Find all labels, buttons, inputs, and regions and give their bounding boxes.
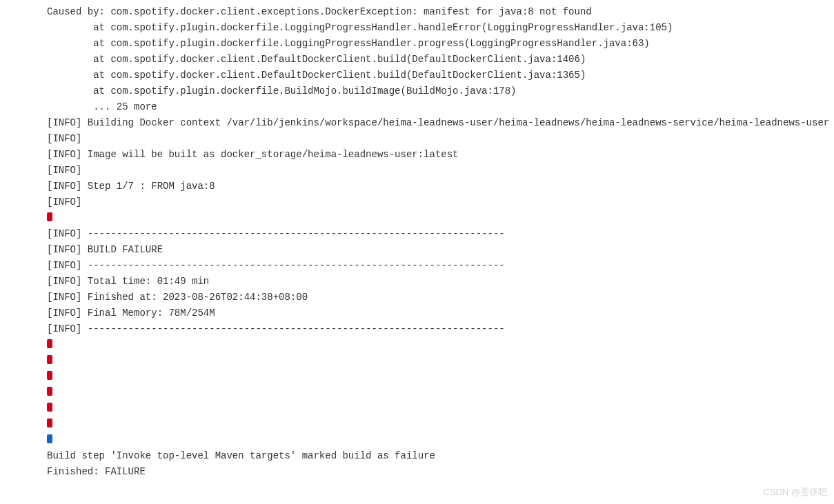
console-line: [INFO] BUILD FAILURE [47, 242, 834, 258]
console-line [47, 401, 834, 416]
console-line: [INFO] Final Memory: 78M/254M [47, 305, 834, 321]
console-line: [INFO] Image will be built as docker_sto… [47, 147, 834, 163]
console-line: [INFO] [47, 194, 834, 210]
console-line [47, 369, 834, 385]
console-line: [INFO] Building Docker context /var/lib/… [47, 115, 834, 131]
console-line: at com.spotify.plugin.dockerfile.Logging… [47, 36, 834, 52]
error-marker-icon [47, 212, 52, 221]
console-line: [INFO] ---------------------------------… [47, 258, 834, 274]
console-line [47, 432, 834, 448]
console-line: [INFO] Finished at: 2023-08-26T02:44:38+… [47, 290, 834, 305]
console-line: [INFO] Total time: 01:49 min [47, 274, 834, 290]
console-line: Build step 'Invoke top-level Maven targe… [47, 448, 834, 464]
console-line: Finished: FAILURE [47, 464, 834, 480]
console-line: at com.spotify.plugin.dockerfile.Logging… [47, 20, 834, 36]
console-line [47, 337, 834, 353]
error-marker-icon [47, 387, 52, 396]
console-line: ... 25 more [47, 99, 834, 115]
error-marker-icon [47, 339, 52, 348]
console-line: Caused by: com.spotify.docker.client.exc… [47, 4, 834, 20]
console-output: Caused by: com.spotify.docker.client.exc… [0, 0, 834, 494]
console-line [47, 416, 834, 432]
console-line: at com.spotify.docker.client.DefaultDock… [47, 52, 834, 68]
console-line [47, 385, 834, 401]
console-line: [INFO] [47, 163, 834, 179]
console-line: [INFO] Step 1/7 : FROM java:8 [47, 179, 834, 194]
console-line: [INFO] ---------------------------------… [47, 321, 834, 337]
error-marker-icon [47, 403, 52, 412]
error-marker-icon [47, 355, 52, 364]
info-marker-icon [47, 434, 52, 443]
console-line [47, 210, 834, 226]
console-line [47, 353, 834, 369]
console-line: at com.spotify.plugin.dockerfile.BuildMo… [47, 83, 834, 99]
console-line: at com.spotify.docker.client.DefaultDock… [47, 68, 834, 83]
error-marker-icon [47, 371, 52, 380]
error-marker-icon [47, 419, 52, 427]
console-line: [INFO] [47, 131, 834, 147]
console-line: [INFO] ---------------------------------… [47, 226, 834, 242]
